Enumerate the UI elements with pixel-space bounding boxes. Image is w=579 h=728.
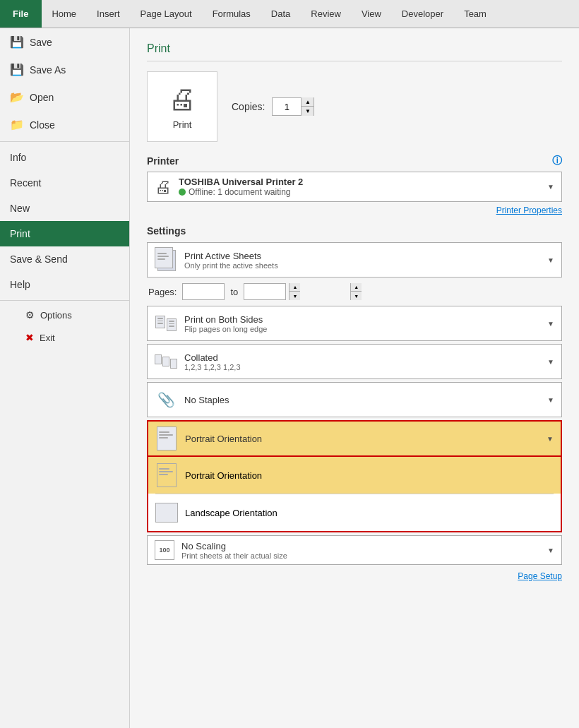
no-staples-arrow: ▼: [547, 396, 554, 404]
landscape-icon: [155, 500, 178, 525]
both-sides-arrow: ▼: [547, 320, 554, 328]
both-sides-icon: [155, 311, 177, 336]
copies-label: Copies:: [232, 101, 265, 112]
printer-status: Offline: 1 document waiting: [179, 187, 540, 197]
content-area: Print 🖨 Print Copies: ▲ ▼ Printer: [130, 28, 579, 728]
pages-label: Pages:: [148, 287, 177, 297]
status-indicator: [179, 189, 186, 196]
tab-insert[interactable]: Insert: [87, 0, 131, 28]
landscape-option[interactable]: Landscape Orientation: [148, 494, 561, 531]
no-staples-row[interactable]: 📎 No Staples ▼: [147, 382, 562, 417]
settings-section: Settings: [147, 225, 562, 565]
save-icon: 💾: [10, 35, 24, 49]
active-sheets-icon: [155, 247, 177, 273]
no-scaling-row[interactable]: 100 No Scaling Print sheets at their act…: [147, 535, 562, 565]
portrait-icon: [155, 463, 178, 488]
close-icon: 📁: [10, 118, 24, 131]
pages-from-spinner[interactable]: ▲ ▼: [182, 283, 225, 300]
active-sheets-main: Print Active Sheets: [184, 251, 540, 261]
printer-dropdown-arrow: ▼: [547, 183, 554, 191]
pages-to-input[interactable]: [244, 287, 350, 297]
pages-to-spinner[interactable]: ▲ ▼: [244, 283, 286, 300]
open-icon: 📂: [10, 90, 24, 104]
ribbon: File Home Insert Page Layout Formulas Da…: [0, 0, 579, 28]
tab-formulas[interactable]: Formulas: [203, 0, 261, 28]
sidebar-item-new[interactable]: New: [0, 196, 129, 221]
tab-data[interactable]: Data: [261, 0, 301, 28]
pages-to-label: to: [230, 287, 238, 297]
page-setup-link-row: Page Setup: [147, 571, 562, 581]
tab-view[interactable]: View: [352, 0, 392, 28]
collated-main: Collated: [184, 352, 540, 363]
tab-pagelayout[interactable]: Page Layout: [131, 0, 203, 28]
sidebar-item-close[interactable]: 📁 Close: [0, 111, 129, 138]
landscape-label: Landscape Orientation: [185, 508, 277, 518]
print-top-area: 🖨 Print Copies: ▲ ▼: [147, 71, 562, 142]
printer-small-icon: 🖨: [155, 177, 172, 197]
sidebar-item-recent[interactable]: Recent: [0, 170, 129, 196]
active-sheets-row[interactable]: Print Active Sheets Only print the activ…: [147, 242, 562, 278]
copies-row: Copies: ▲ ▼: [232, 97, 314, 116]
print-section-title: Print: [147, 42, 562, 61]
tab-team[interactable]: Team: [454, 0, 497, 28]
sidebar-item-saveas[interactable]: 💾 Save As: [0, 56, 129, 83]
sidebar-item-options[interactable]: ⚙ Options: [0, 304, 129, 326]
sidebar-divider-1: [0, 141, 129, 142]
both-sides-main: Print on Both Sides: [184, 314, 540, 325]
main-layout: 💾 Save 💾 Save As 📂 Open 📁 Close Info Rec…: [0, 28, 579, 728]
printer-info-icon[interactable]: ⓘ: [552, 155, 562, 167]
sidebar-item-open[interactable]: 📂 Open: [0, 83, 129, 111]
settings-title: Settings: [147, 225, 562, 237]
sidebar-item-exit[interactable]: ✖ Exit: [0, 326, 129, 349]
printer-section-title: Printer ⓘ: [147, 155, 562, 167]
collated-arrow: ▼: [547, 358, 554, 366]
tab-file[interactable]: File: [0, 0, 42, 28]
printer-dropdown[interactable]: 🖨 TOSHIBA Universal Printer 2 Offline: 1…: [147, 172, 562, 202]
tab-developer[interactable]: Developer: [392, 0, 454, 28]
staples-icon: 📎: [155, 387, 177, 412]
print-button[interactable]: 🖨 Print: [147, 71, 217, 142]
printer-large-icon: 🖨: [168, 83, 196, 115]
printer-section: Printer ⓘ 🖨 TOSHIBA Universal Printer 2 …: [147, 155, 562, 215]
portrait-option[interactable]: Portrait Orientation: [148, 457, 561, 494]
copies-decrement[interactable]: ▼: [301, 107, 314, 116]
collated-icon: [155, 349, 177, 374]
printer-properties-link-row: Printer Properties: [147, 205, 562, 215]
both-sides-sub: Flip pages on long edge: [184, 325, 540, 333]
copies-spinner[interactable]: ▲ ▼: [272, 97, 314, 116]
pages-to-decrement[interactable]: ▼: [350, 292, 362, 300]
pages-to-increment[interactable]: ▲: [350, 283, 362, 292]
saveas-icon: 💾: [10, 63, 24, 76]
exit-icon: ✖: [25, 332, 34, 343]
copies-increment[interactable]: ▲: [301, 97, 314, 107]
orientation-label: Portrait Orientation: [185, 434, 539, 444]
portrait-label: Portrait Orientation: [185, 470, 262, 481]
sidebar: 💾 Save 💾 Save As 📂 Open 📁 Close Info Rec…: [0, 28, 130, 728]
no-scaling-arrow: ▼: [547, 547, 554, 554]
scaling-icon: 100: [155, 540, 174, 560]
orientation-dropdown-open: Portrait Orientation: [147, 457, 562, 532]
print-button-label: Print: [173, 119, 192, 130]
no-scaling-main: No Scaling: [181, 541, 540, 551]
tab-review[interactable]: Review: [301, 0, 352, 28]
copies-input[interactable]: [273, 102, 301, 112]
sidebar-item-print[interactable]: Print: [0, 221, 129, 246]
orientation-container: Portrait Orientation ▼: [147, 420, 562, 532]
no-staples-main: No Staples: [184, 395, 540, 405]
orientation-header[interactable]: Portrait Orientation ▼: [147, 420, 562, 457]
sidebar-item-save[interactable]: 💾 Save: [0, 28, 129, 56]
sidebar-item-info[interactable]: Info: [0, 145, 129, 170]
printer-name: TOSHIBA Universal Printer 2: [179, 177, 540, 187]
collated-row[interactable]: Collated 1,2,3 1,2,3 1,2,3 ▼: [147, 344, 562, 379]
collated-sub: 1,2,3 1,2,3 1,2,3: [184, 363, 540, 371]
sidebar-item-savesend[interactable]: Save & Send: [0, 246, 129, 272]
orientation-dropdown-arrow: ▼: [547, 435, 554, 443]
tab-home[interactable]: Home: [42, 0, 87, 28]
active-sheets-sub: Only print the active sheets: [184, 261, 540, 270]
sidebar-item-help[interactable]: Help: [0, 272, 129, 297]
printer-properties-link[interactable]: Printer Properties: [496, 205, 562, 215]
page-setup-link[interactable]: Page Setup: [518, 571, 562, 581]
no-scaling-sub: Print sheets at their actual size: [181, 551, 540, 560]
both-sides-row[interactable]: Print on Both Sides Flip pages on long e…: [147, 306, 562, 341]
active-sheets-arrow: ▼: [547, 256, 554, 264]
